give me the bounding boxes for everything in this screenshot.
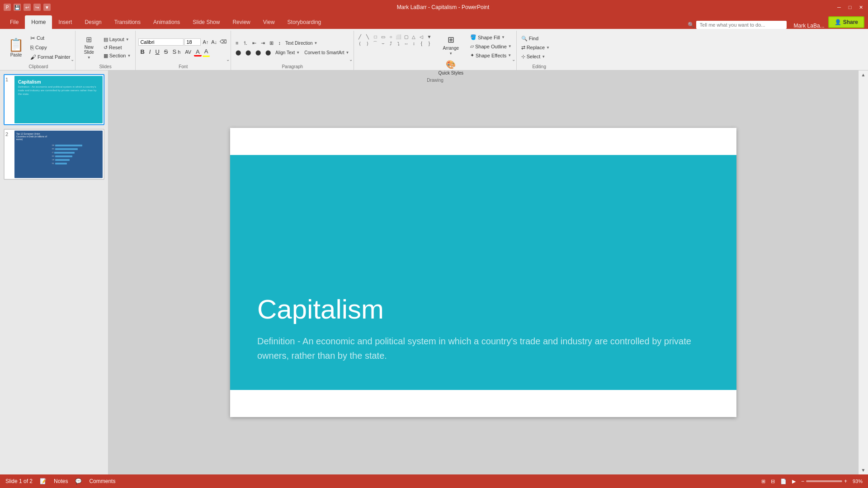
bullets-button[interactable]: ≡ xyxy=(234,39,240,47)
bold-button[interactable]: B xyxy=(138,47,146,56)
highlight-button[interactable]: A xyxy=(203,47,210,57)
normal-view-button[interactable]: ⊞ xyxy=(761,479,765,484)
font-name-input[interactable] xyxy=(138,38,184,46)
tab-transitions[interactable]: Transitions xyxy=(108,15,147,29)
slideshow-button[interactable]: ▶ xyxy=(792,479,796,484)
customize-icon[interactable]: ▼ xyxy=(43,4,51,11)
zoom-out-button[interactable]: − xyxy=(801,478,804,484)
increase-font-button[interactable]: A↑ xyxy=(202,39,209,45)
shape-s9[interactable]: { xyxy=(418,40,425,47)
convert-smartart-button[interactable]: Convert to SmartArt ▼ xyxy=(302,49,351,56)
save-icon[interactable]: 💾 xyxy=(14,4,21,11)
tab-file[interactable]: File xyxy=(4,15,25,29)
align-left-button[interactable]: ⬤ xyxy=(234,49,243,56)
shape-oval[interactable]: ○ xyxy=(387,33,394,40)
numbering-button[interactable]: ⒈ xyxy=(241,39,250,47)
shape-line[interactable]: ╱ xyxy=(357,33,363,40)
shape-effects-button[interactable]: ✦ Shape Effects ▼ xyxy=(468,52,514,59)
quick-styles-button[interactable]: 🎨 Quick Styles xyxy=(436,58,466,77)
replace-button[interactable]: ⇄ Replace ▼ xyxy=(519,44,552,52)
tab-slideshow[interactable]: Slide Show xyxy=(186,15,226,29)
decrease-font-button[interactable]: A↓ xyxy=(210,39,218,45)
text-direction-button[interactable]: Text Direction ▼ xyxy=(283,40,320,47)
clear-format-button[interactable]: ⌫ xyxy=(219,39,228,45)
slide-sorter-button[interactable]: ⊟ xyxy=(771,479,775,484)
shape-s8[interactable]: ↕ xyxy=(410,40,417,47)
decrease-indent-button[interactable]: ⇤ xyxy=(250,39,258,47)
new-slide-button[interactable]: ⊞ NewSlide ▼ xyxy=(78,34,100,61)
zoom-slider[interactable] xyxy=(806,480,842,482)
shape-outline-button[interactable]: ▱ Shape Outline ▼ xyxy=(468,42,514,50)
char-spacing-button[interactable]: AV xyxy=(183,48,193,56)
layout-button[interactable]: ▤ Layout ▼ xyxy=(102,36,133,43)
font-color-button[interactable]: A xyxy=(194,47,202,56)
reset-button[interactable]: ↺ Reset xyxy=(102,44,133,52)
ribbon-search-input[interactable] xyxy=(696,21,787,29)
minimize-button[interactable]: ─ xyxy=(835,4,843,11)
shape-s3[interactable]: ⌒ xyxy=(372,40,378,47)
undo-icon[interactable]: ↩ xyxy=(24,4,31,11)
slide-main[interactable]: Capitalism Definition - An economic and … xyxy=(230,155,736,390)
font-size-input[interactable] xyxy=(184,38,201,46)
tab-view[interactable]: View xyxy=(257,15,281,29)
slide-canvas[interactable]: Capitalism Definition - An economic and … xyxy=(230,128,736,417)
shape-more[interactable]: ▼ xyxy=(426,33,432,40)
italic-button[interactable]: I xyxy=(147,47,153,56)
tab-review[interactable]: Review xyxy=(226,15,256,29)
tab-storyboarding[interactable]: Storyboarding xyxy=(281,15,328,29)
shape-triangle[interactable]: △ xyxy=(410,33,417,40)
tab-design[interactable]: Design xyxy=(78,15,108,29)
zoom-in-button[interactable]: + xyxy=(844,478,847,484)
arrange-button[interactable]: ⊞ Arrange ▼ xyxy=(436,33,466,57)
shape-s10[interactable]: } xyxy=(426,40,432,47)
shadow-button[interactable]: Sh xyxy=(170,47,182,56)
shape-rect2[interactable]: ▭ xyxy=(380,33,386,40)
strikethrough-button[interactable]: S xyxy=(162,47,170,56)
shape-fill-button[interactable]: 🪣 Shape Fill ▼ xyxy=(468,33,514,41)
align-text-button[interactable]: Align Text ▼ xyxy=(274,49,302,56)
tab-insert[interactable]: Insert xyxy=(52,15,78,29)
paragraph-expand[interactable]: ⌄ xyxy=(349,57,353,62)
shape-s2[interactable]: ⟩ xyxy=(364,40,371,47)
shape-s7[interactable]: ↔ xyxy=(403,40,409,47)
shape-rect[interactable]: □ xyxy=(372,33,378,40)
reading-view-button[interactable]: 📄 xyxy=(780,479,787,484)
tab-home[interactable]: Home xyxy=(25,15,52,29)
notes-button[interactable]: Notes xyxy=(54,478,68,484)
redo-icon[interactable]: ↪ xyxy=(33,4,41,11)
restore-button[interactable]: □ xyxy=(846,4,854,11)
shape-rtriangle[interactable]: ◁ xyxy=(418,33,425,40)
underline-button[interactable]: U xyxy=(153,47,161,56)
shape-s5[interactable]: ⤴ xyxy=(387,40,394,47)
slide-thumbnail-2[interactable]: 2 Top 12 European Union Countries in Deb… xyxy=(4,129,104,180)
clipboard-expand[interactable]: ⌄ xyxy=(71,57,74,62)
align-center-button[interactable]: ⬤ xyxy=(244,49,253,56)
shape-line2[interactable]: ╲ xyxy=(364,33,371,40)
side-scroll-btn[interactable]: ▲ xyxy=(861,72,866,77)
shape-s4[interactable]: ⌣ xyxy=(380,40,386,47)
align-right-button[interactable]: ⬤ xyxy=(254,49,263,56)
side-scroll-down-btn[interactable]: ▼ xyxy=(861,468,866,473)
line-spacing-button[interactable]: ↕ xyxy=(276,39,283,47)
justify-button[interactable]: ⬤ xyxy=(264,49,273,56)
font-expand[interactable]: ⌄ xyxy=(226,57,230,62)
section-button[interactable]: ▦ Section ▼ xyxy=(102,52,133,60)
shape-s6[interactable]: ⤵ xyxy=(395,40,401,47)
share-button[interactable]: 👤 Share xyxy=(828,16,864,28)
drawing-expand[interactable]: ⌄ xyxy=(512,57,515,62)
tab-animations[interactable]: Animations xyxy=(147,15,186,29)
copy-button[interactable]: ⎘ Copy xyxy=(28,43,72,52)
shape-rect3[interactable]: ⬜ xyxy=(395,33,401,40)
close-button[interactable]: ✕ xyxy=(857,4,864,11)
format-painter-button[interactable]: 🖌 Format Painter xyxy=(28,53,72,61)
cut-button[interactable]: ✂ Cut xyxy=(28,34,72,42)
select-button[interactable]: ⊹ Select ▼ xyxy=(519,53,552,61)
shape-roundrect[interactable]: ▢ xyxy=(403,33,409,40)
new-slide-dropdown[interactable]: ▼ xyxy=(87,56,91,60)
comments-button[interactable]: Comments xyxy=(89,478,115,484)
shape-s1[interactable]: ⟨ xyxy=(357,40,363,47)
find-button[interactable]: 🔍 Find xyxy=(519,35,552,42)
slide-thumbnail-1[interactable]: 1 Capitalism Definition - An economic an… xyxy=(4,74,104,125)
columns-button[interactable]: ⊞ xyxy=(268,39,275,47)
increase-indent-button[interactable]: ⇥ xyxy=(259,39,267,47)
